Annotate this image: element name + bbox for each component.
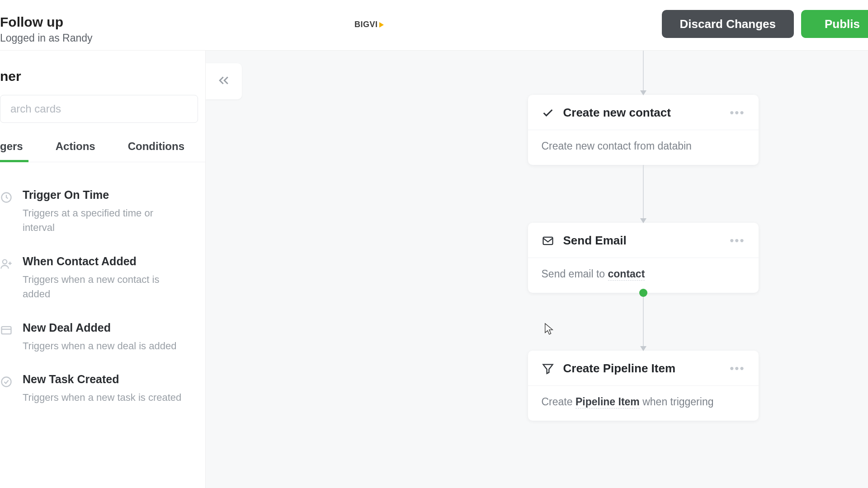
card-desc: Triggers when a new deal is added [23,339,185,353]
logged-in-text: Logged in as Randy [0,32,93,44]
add-step-handle[interactable] [639,289,647,297]
designer-sidebar: ner gers Actions Conditions Trigger On T… [0,51,206,488]
node-menu-button[interactable]: ••• [730,234,745,248]
header-left: Follow up Logged in as Randy [0,6,93,44]
card-title: New Deal Added [23,321,192,334]
clock-icon [0,191,13,204]
card-trigger-on-time[interactable]: Trigger On Time Triggers at a specified … [0,178,205,245]
node-send-email[interactable]: Send Email ••• Send email to contact [528,223,759,293]
node-body-chip[interactable]: contact [608,268,645,281]
svg-point-3 [2,377,11,387]
card-desc: Triggers when a new task is created [23,390,185,405]
card-title: When Contact Added [23,255,192,268]
main-area: ner gers Actions Conditions Trigger On T… [0,51,868,488]
card-title: Trigger On Time [23,188,192,202]
check-circle-icon [0,375,13,388]
node-body: Create Pipeline Item when triggering [528,386,759,421]
node-header: Send Email ••• [528,223,759,258]
app-header: Follow up Logged in as Randy BIGVI Disca… [0,0,868,51]
svg-rect-4 [543,237,552,244]
node-title: Create new contact [563,106,721,120]
deal-icon [0,324,13,337]
chevrons-left-icon [217,74,231,89]
card-new-deal-added[interactable]: New Deal Added Triggers when a new deal … [0,311,205,363]
tab-actions[interactable]: Actions [56,140,95,162]
check-icon [542,107,554,119]
card-desc: Triggers at a specified time or interval [23,206,185,235]
card-texts: When Contact Added Triggers when a new c… [23,255,192,301]
node-header: Create new contact ••• [528,95,759,130]
node-body: Create new contact from databin [528,130,759,165]
tab-triggers[interactable]: gers [0,140,23,162]
card-title: New Task Created [23,373,192,386]
workflow-canvas[interactable]: Create new contact ••• Create new contac… [206,51,868,488]
mail-icon [542,235,554,247]
tab-conditions[interactable]: Conditions [128,140,184,162]
brand-logo-triangle-icon [379,22,384,28]
discard-changes-button[interactable]: Discard Changes [662,10,794,38]
sidebar-tabs: gers Actions Conditions [0,140,205,162]
node-title: Send Email [563,234,721,248]
arrow-down-icon [640,218,646,223]
node-body-chip[interactable]: Pipeline Item [576,396,640,408]
flow-edge [643,165,644,223]
node-title: Create Pipeline Item [563,361,721,375]
sidebar-title: ner [0,69,205,84]
user-plus-icon [0,258,13,270]
card-desc: Triggers when a new contact is added [23,272,185,301]
arrow-down-icon [640,90,646,95]
node-menu-button[interactable]: ••• [730,361,745,375]
node-body-prefix: Create [542,396,576,408]
header-actions: Discard Changes Publis [662,10,868,38]
search-cards-input[interactable] [0,95,198,123]
card-new-task-created[interactable]: New Task Created Triggers when a new tas… [0,363,205,415]
node-create-new-contact[interactable]: Create new contact ••• Create new contac… [528,95,759,165]
brand-logo-text: BIGVI [354,20,378,29]
svg-point-1 [3,259,7,263]
brand-logo: BIGVI [354,20,384,29]
node-menu-button[interactable]: ••• [730,106,745,120]
search-wrap [0,95,205,123]
flow-edge [643,51,644,95]
card-texts: New Task Created Triggers when a new tas… [23,373,192,405]
node-header: Create Pipeline Item ••• [528,351,759,386]
node-body-prefix: Send email to [542,268,608,280]
node-body-text: Create new contact from databin [542,140,692,152]
node-body-suffix: when triggering [640,396,714,408]
arrow-down-icon [640,346,646,351]
workflow-title: Follow up [0,14,93,29]
node-create-pipeline-item[interactable]: Create Pipeline Item ••• Create Pipeline… [528,351,759,421]
funnel-icon [542,362,554,375]
publish-button[interactable]: Publis [801,10,868,38]
node-body: Send email to contact [528,258,759,293]
trigger-card-list: Trigger On Time Triggers at a specified … [0,162,205,415]
card-when-contact-added[interactable]: When Contact Added Triggers when a new c… [0,245,205,311]
flow-column: Create new contact ••• Create new contac… [528,51,759,421]
svg-rect-2 [2,326,11,333]
card-texts: New Deal Added Triggers when a new deal … [23,321,192,353]
card-texts: Trigger On Time Triggers at a specified … [23,188,192,235]
flow-edge [643,293,644,351]
collapse-sidebar-button[interactable] [206,63,242,99]
